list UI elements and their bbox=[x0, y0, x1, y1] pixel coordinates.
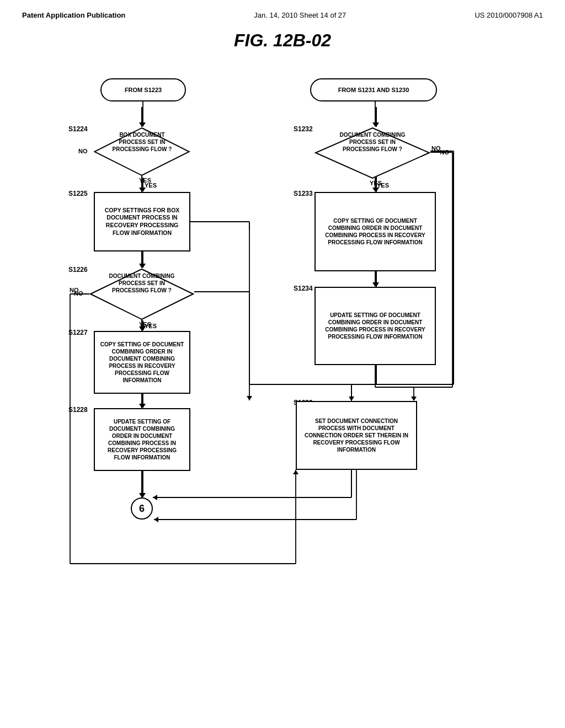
svg-marker-1 bbox=[139, 122, 145, 127]
s1225-label: S1225 bbox=[68, 190, 88, 197]
svg-marker-28 bbox=[153, 495, 157, 500]
page: Patent Application Publication Jan. 14, … bbox=[0, 0, 565, 728]
svg-marker-65 bbox=[293, 470, 299, 474]
s1226-label: S1226 bbox=[68, 266, 88, 274]
s1224-diamond: BOX DOCUMENT PROCESS SET IN PROCESSING F… bbox=[94, 127, 190, 176]
s1226-no: NO bbox=[74, 290, 83, 297]
svg-marker-51 bbox=[372, 188, 378, 192]
svg-marker-11 bbox=[139, 493, 145, 497]
s1225-rect: COPY SETTINGS FOR BOX DOCUMENT PROCESS I… bbox=[94, 192, 190, 251]
svg-marker-37 bbox=[140, 188, 146, 192]
svg-marker-17 bbox=[374, 282, 379, 287]
connector-6: 6 bbox=[131, 497, 153, 520]
fig-title: FIG. 12B-02 bbox=[22, 30, 543, 51]
header: Patent Application Publication Jan. 14, … bbox=[22, 11, 543, 19]
svg-marker-35 bbox=[140, 122, 146, 127]
from-s1223: FROM S1223 bbox=[100, 78, 186, 101]
flowchart: FROM S1223 S1224 BOX DOCUMENT PROCESS SE… bbox=[34, 67, 531, 663]
svg-marker-9 bbox=[139, 404, 145, 408]
svg-marker-15 bbox=[374, 188, 379, 192]
header-patent-number: US 2010/0007908 A1 bbox=[475, 11, 543, 19]
s1224-yes: YES bbox=[139, 177, 151, 184]
svg-marker-40 bbox=[140, 264, 146, 268]
svg-marker-13 bbox=[374, 122, 379, 127]
s1224-no: NO bbox=[78, 148, 88, 154]
s1229-rect: SET DOCUMENT CONNECTION PROCESS WITH DOC… bbox=[296, 401, 417, 470]
svg-marker-25 bbox=[349, 397, 354, 401]
s1233-rect: COPY SETTING OF DOCUMENT COMBINING ORDER… bbox=[315, 192, 436, 271]
s1234-rect: UPDATE SETTING OF DOCUMENT COMBINING ORD… bbox=[315, 287, 436, 365]
svg-marker-5 bbox=[139, 264, 145, 268]
svg-marker-47 bbox=[140, 493, 146, 497]
svg-marker-67 bbox=[411, 397, 417, 401]
svg-marker-3 bbox=[139, 188, 145, 192]
from-s1231: FROM S1231 AND S1230 bbox=[310, 78, 437, 101]
svg-marker-73 bbox=[247, 396, 252, 400]
header-date-sheet: Jan. 14, 2010 Sheet 14 of 27 bbox=[254, 11, 346, 19]
svg-marker-54 bbox=[372, 282, 378, 287]
s1232-no: NO bbox=[440, 149, 450, 156]
s1224-label: S1224 bbox=[68, 125, 88, 133]
s1227-rect: COPY SETTING OF DOCUMENT COMBINING ORDER… bbox=[94, 331, 190, 394]
svg-marker-49 bbox=[372, 122, 378, 127]
s1232-yes: YES bbox=[370, 180, 382, 186]
s1227-label: S1227 bbox=[68, 329, 88, 336]
s1228-rect: UPDATE SETTING OF DOCUMENT COMBINING ORD… bbox=[94, 408, 190, 471]
svg-marker-45 bbox=[140, 404, 146, 408]
s1234-label: S1234 bbox=[294, 285, 313, 292]
s1232-diamond: DOCUMENT COMBINING PROCESS SET IN PROCES… bbox=[315, 127, 430, 179]
header-publication: Patent Application Publication bbox=[22, 11, 125, 19]
s1232-label: S1232 bbox=[294, 125, 313, 133]
s1226-diamond: DOCUMENT COMBINING PROCESS SET IN PROCES… bbox=[89, 268, 194, 320]
s1226-yes: YES bbox=[139, 321, 151, 328]
s1233-label: S1233 bbox=[294, 190, 313, 197]
svg-marker-70 bbox=[154, 517, 158, 522]
svg-text:NO: NO bbox=[431, 145, 441, 152]
s1228-label: S1228 bbox=[68, 406, 88, 414]
